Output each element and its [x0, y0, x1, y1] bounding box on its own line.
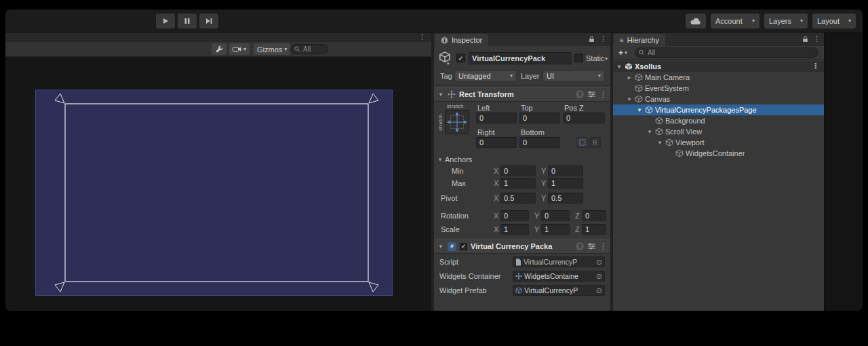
hierarchy-item-virtualcurrencypackagespage[interactable]: ▾ VirtualCurrencyPackagesPage: [613, 104, 824, 115]
play-button[interactable]: [156, 14, 175, 28]
tab-inspector[interactable]: Inspector: [435, 34, 488, 46]
script-object-field[interactable]: VirtualCurrencyP ⊙: [513, 256, 605, 267]
left-field[interactable]: 0: [476, 113, 517, 123]
object-picker-icon[interactable]: ⊙: [596, 273, 602, 280]
prefab-cube-icon: [515, 287, 522, 294]
cloud-button[interactable]: [686, 14, 706, 28]
presets-icon[interactable]: [588, 91, 595, 98]
create-object-button[interactable]: + ▾: [616, 47, 630, 58]
anchors-label: Anchors: [445, 155, 472, 164]
static-caret[interactable]: ▾: [605, 56, 608, 62]
layout-dropdown[interactable]: Layout ▾: [812, 14, 856, 28]
anchors-max-x-field[interactable]: 1: [500, 178, 536, 189]
presets-icon[interactable]: [588, 243, 595, 250]
anchors-foldout-icon[interactable]: ▾: [437, 156, 443, 163]
x-prefix: X: [494, 225, 498, 233]
hierarchy-item-canvas[interactable]: ▾ Canvas: [613, 94, 824, 104]
pause-icon: [183, 17, 191, 25]
camera-icon: [233, 46, 241, 52]
rotation-y-field[interactable]: 0: [541, 210, 570, 221]
foldout-icon[interactable]: ▾: [437, 91, 444, 98]
tag-value: Untagged: [458, 72, 491, 80]
scene-menu-icon[interactable]: ⋮: [812, 62, 819, 70]
script-component-title: Virtual Currency Packa: [471, 242, 552, 250]
foldout-icon[interactable]: ▾: [646, 128, 653, 135]
tag-dropdown[interactable]: Untagged ▾: [454, 71, 517, 81]
scene-viewport[interactable]: [5, 57, 431, 311]
scale-x-field[interactable]: 1: [500, 224, 529, 235]
pivot-label: Pivot: [441, 194, 457, 202]
widget-prefab-object-field[interactable]: VirtualCurrencyP ⊙: [513, 285, 605, 296]
unity-editor-window: Account ▾ Layers ▾ Layout ▾ ⋮: [5, 9, 863, 311]
layer-value: UI: [547, 72, 554, 80]
x-prefix: X: [494, 167, 498, 175]
foldout-icon[interactable]: ▾: [656, 139, 663, 146]
step-button[interactable]: [199, 14, 218, 28]
hierarchy-item-background[interactable]: Background: [613, 115, 824, 126]
widget-prefab-row: Widget Prefab VirtualCurrencyP ⊙: [434, 284, 610, 296]
component-menu-icon[interactable]: ⋮: [599, 91, 607, 98]
help-icon[interactable]: ?: [576, 242, 584, 250]
camera-dropdown[interactable]: ▾: [229, 43, 250, 55]
static-label: Static: [586, 54, 605, 62]
panel-menu-icon[interactable]: ⋮: [599, 35, 607, 43]
blueprint-mode-button[interactable]: [576, 137, 588, 148]
right-field[interactable]: 0: [476, 137, 517, 148]
scale-y-field[interactable]: 1: [541, 224, 570, 235]
foldout-icon[interactable]: ▾: [437, 243, 444, 250]
gameobject-icon-caret[interactable]: ▾: [447, 61, 450, 66]
panel-menu-icon[interactable]: ⋮: [813, 35, 821, 43]
inspector-tabstrip: Inspector ⋮: [434, 33, 610, 46]
hierarchy-search-input[interactable]: All: [635, 47, 818, 58]
anchors-max-y-field[interactable]: 1: [548, 178, 583, 189]
pos-z-field[interactable]: 0: [563, 113, 605, 123]
gameobject-icon: [655, 128, 663, 136]
rotation-z-field[interactable]: 0: [582, 210, 606, 221]
scene-search-input[interactable]: All: [290, 44, 328, 54]
layer-dropdown[interactable]: UI ▾: [542, 71, 605, 81]
pivot-x-field[interactable]: 0.5: [500, 193, 536, 204]
foldout-icon[interactable]: ▸: [626, 74, 633, 81]
pivot-y-field[interactable]: 0.5: [548, 193, 583, 204]
gameobject-name-field[interactable]: VirtualCurrencyPack: [469, 52, 572, 64]
hierarchy-item-xsollus[interactable]: ▾ Xsollus ⋮: [613, 61, 824, 72]
rotation-x-field[interactable]: 0: [500, 210, 529, 221]
hierarchy-item-viewport[interactable]: ▾ Viewport: [613, 137, 824, 148]
account-dropdown[interactable]: Account ▾: [711, 14, 760, 28]
component-menu-icon[interactable]: ⋮: [599, 243, 607, 250]
component-enabled-checkbox[interactable]: ✓: [460, 243, 467, 250]
hierarchy-item-label: Xsollus: [635, 62, 661, 71]
foldout-icon[interactable]: ▾: [636, 107, 643, 113]
tab-hierarchy[interactable]: ≡ Hierarchy: [614, 34, 665, 46]
scale-z-field[interactable]: 1: [582, 224, 606, 235]
layers-dropdown[interactable]: Layers ▾: [764, 14, 808, 28]
play-icon: [161, 17, 170, 25]
active-checkbox[interactable]: ✓: [456, 54, 465, 62]
static-checkbox[interactable]: [574, 54, 583, 62]
top-field[interactable]: 0: [519, 113, 560, 123]
gizmos-dropdown[interactable]: Gizmos ▾: [254, 43, 290, 55]
foldout-icon[interactable]: ▾: [616, 63, 623, 70]
object-picker-icon[interactable]: ⊙: [596, 287, 602, 294]
anchor-preset-button[interactable]: stretch stretch: [438, 103, 473, 140]
hierarchy-icon: ≡: [620, 37, 624, 44]
raw-edit-button[interactable]: R: [589, 137, 601, 148]
hierarchy-item-eventsystem[interactable]: EventSystem: [613, 83, 824, 94]
hierarchy-item-scroll-view[interactable]: ▾ Scroll View: [613, 126, 824, 137]
help-icon[interactable]: ?: [576, 90, 584, 98]
lock-icon[interactable]: [802, 35, 808, 43]
lock-icon[interactable]: [589, 35, 595, 43]
panel-menu-icon[interactable]: ⋮: [418, 33, 426, 41]
hierarchy-item-widgetscontainer[interactable]: WidgetsContainer: [613, 148, 824, 159]
widgets-container-object-field[interactable]: WidgetsContaine ⊙: [513, 271, 605, 282]
anchors-min-y-field[interactable]: 0: [548, 166, 583, 176]
foldout-icon[interactable]: ▾: [626, 96, 633, 102]
bottom-field[interactable]: 0: [519, 137, 560, 148]
anchors-min-x-field[interactable]: 0: [500, 166, 536, 176]
pause-button[interactable]: [178, 14, 197, 28]
object-picker-icon[interactable]: ⊙: [596, 258, 602, 266]
y-prefix: Y: [534, 225, 539, 233]
hierarchy-item-main-camera[interactable]: ▸ Main Camera: [613, 72, 824, 83]
tools-button[interactable]: [212, 43, 226, 55]
inspector-panel: Inspector ⋮ ▾ ✓ VirtualCurrencyPack Stat…: [434, 33, 610, 311]
